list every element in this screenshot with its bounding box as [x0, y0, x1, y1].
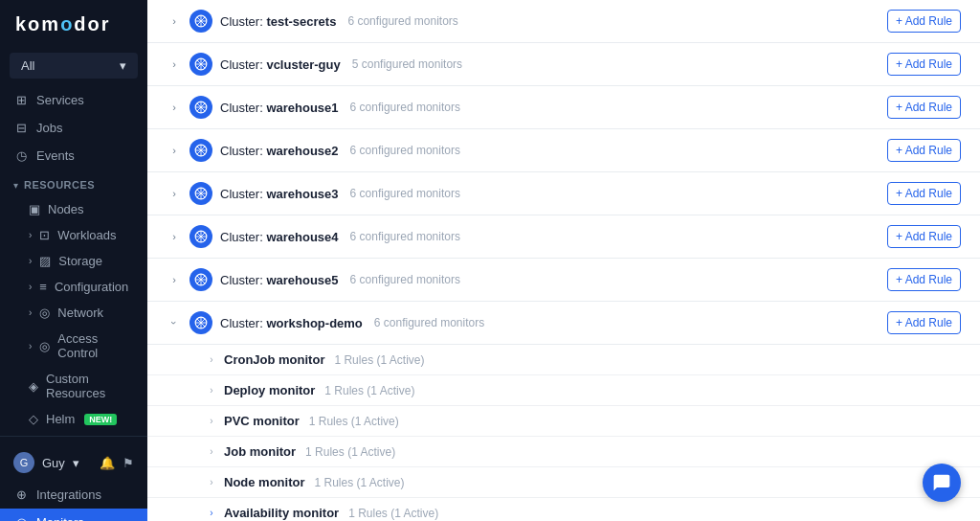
access-control-icon: ◎	[39, 339, 50, 353]
monitor-rules: 1 Rules (1 Active)	[315, 476, 405, 489]
add-rule-button[interactable]: + Add Rule	[887, 225, 961, 248]
monitor-row: › CronJob monitor 1 Rules (1 Active)	[147, 345, 980, 375]
add-rule-button[interactable]: + Add Rule	[887, 96, 961, 119]
integrations-icon: ⊕	[13, 487, 29, 502]
chevron-icon: ▾	[13, 180, 18, 191]
configuration-icon: ≡	[39, 280, 47, 294]
add-rule-button[interactable]: + Add Rule	[887, 268, 961, 291]
events-icon: ◷	[13, 148, 29, 163]
expand-cluster-btn[interactable]: ›	[167, 100, 182, 115]
expand-cluster-btn[interactable]: ›	[167, 272, 182, 287]
cluster-name: Cluster: workshop-demo	[220, 316, 363, 330]
resources-nav: ▣ Nodes › ⊡ Workloads › ▨ Storage › ≡ Co…	[0, 193, 147, 436]
flag-icon[interactable]: ⚑	[122, 456, 134, 470]
sidebar-item-jobs[interactable]: ⊟ Jobs	[0, 114, 147, 142]
access-control-label: Access Control	[57, 331, 134, 360]
cluster-list: › Cluster: test-secrets 6 configured mon…	[147, 0, 980, 521]
resources-group[interactable]: ▾ Resources	[0, 173, 147, 193]
expand-cluster-btn[interactable]: ›	[167, 186, 182, 201]
expand-cluster-btn[interactable]: ›	[167, 13, 182, 29]
cluster-icon	[189, 10, 212, 33]
nodes-label: Nodes	[48, 202, 84, 216]
sidebar-footer: G Guy ▾ 🔔 ⚑ ⊕ Integrations ◎ Monitors ◉ …	[0, 436, 147, 521]
cluster-name: Cluster: warehouse5	[220, 273, 339, 287]
sidebar-item-access-control[interactable]: › ◎ Access Control	[0, 326, 147, 366]
monitor-name: CronJob monitor	[224, 352, 324, 367]
sidebar-item-helm[interactable]: ◇ Helm NEW!	[0, 406, 147, 432]
monitor-name: Job monitor	[224, 444, 296, 459]
main-content: › Cluster: test-secrets 6 configured mon…	[147, 0, 980, 521]
expand-monitor-btn[interactable]: ›	[205, 415, 218, 428]
cluster-icon	[189, 139, 212, 162]
chevron-right-icon: ›	[29, 256, 32, 266]
expand-monitor-btn[interactable]: ›	[205, 476, 218, 489]
sidebar-item-integrations[interactable]: ⊕ Integrations	[0, 481, 147, 509]
cluster-icon	[189, 311, 212, 334]
add-rule-button[interactable]: + Add Rule	[887, 139, 961, 162]
events-label: Events	[36, 148, 75, 163]
cluster-row: › Cluster: warehouse1 6 configured monit…	[147, 86, 980, 129]
monitor-row: › Node monitor 1 Rules (1 Active)	[147, 467, 980, 498]
expand-monitor-btn[interactable]: ›	[205, 353, 218, 367]
cluster-name: Cluster: warehouse3	[220, 187, 339, 201]
chevron-down-icon: ▾	[73, 456, 79, 470]
bell-icon[interactable]: 🔔	[100, 456, 115, 470]
sidebar-item-configuration[interactable]: › ≡ Configuration	[0, 274, 147, 300]
add-rule-button[interactable]: + Add Rule	[887, 311, 961, 334]
expand-cluster-btn[interactable]: ›	[167, 229, 182, 244]
sidebar-item-custom-resources[interactable]: ◈ Custom Resources	[0, 366, 147, 406]
monitor-name: Deploy monitor	[224, 383, 315, 397]
custom-resources-label: Custom Resources	[46, 372, 134, 400]
sidebar-item-workloads[interactable]: › ⊡ Workloads	[0, 222, 147, 248]
workloads-icon: ⊡	[39, 228, 50, 242]
cluster-icon	[189, 182, 212, 205]
expand-monitor-btn[interactable]: ›	[205, 384, 218, 397]
collapse-cluster-btn[interactable]: ›	[167, 315, 182, 330]
configuration-label: Configuration	[55, 280, 128, 294]
monitor-count: 6 configured monitors	[350, 273, 460, 286]
chat-button[interactable]	[923, 464, 961, 502]
cluster-icon	[189, 96, 212, 119]
expand-cluster-btn[interactable]: ›	[167, 57, 182, 72]
avatar: G	[13, 452, 34, 473]
cluster-icon	[189, 53, 212, 76]
add-rule-button[interactable]: + Add Rule	[887, 10, 961, 33]
monitor-row: › Job monitor 1 Rules (1 Active)	[147, 437, 980, 467]
add-rule-button[interactable]: + Add Rule	[887, 182, 961, 205]
sidebar-item-network[interactable]: › ◎ Network	[0, 300, 147, 326]
monitor-rules: 1 Rules (1 Active)	[334, 353, 424, 367]
monitor-row: › Availability monitor 1 Rules (1 Active…	[147, 498, 980, 521]
cluster-row: › Cluster: warehouse4 6 configured monit…	[147, 215, 980, 259]
expand-cluster-btn[interactable]: ›	[167, 143, 182, 158]
network-icon: ◎	[39, 306, 50, 320]
monitor-rules: 1 Rules (1 Active)	[309, 415, 399, 428]
chevron-right-icon: ›	[29, 230, 32, 240]
expand-monitor-btn[interactable]: ›	[205, 507, 218, 520]
monitors-icon: ◎	[13, 515, 29, 521]
scope-dropdown[interactable]: All ▾	[10, 53, 138, 79]
cluster-name: Cluster: vcluster-guy	[220, 57, 341, 72]
cluster-row-expanded: › Cluster: workshop-demo 6 configured mo…	[147, 302, 980, 345]
jobs-label: Jobs	[36, 121, 62, 135]
sidebar-item-storage[interactable]: › ▨ Storage	[0, 248, 147, 274]
monitor-rules: 1 Rules (1 Active)	[348, 507, 438, 520]
monitor-count: 6 configured monitors	[374, 316, 484, 329]
scope-label: All	[21, 58, 34, 73]
expand-monitor-btn[interactable]: ›	[205, 445, 218, 459]
sidebar-item-events[interactable]: ◷ Events	[0, 142, 147, 170]
monitor-count: 6 configured monitors	[350, 101, 460, 114]
sidebar-item-monitors[interactable]: ◎ Monitors	[0, 509, 147, 521]
logo-text: komodor	[15, 13, 111, 35]
add-rule-button[interactable]: + Add Rule	[887, 53, 961, 76]
sidebar-item-nodes[interactable]: ▣ Nodes	[0, 196, 147, 222]
cluster-icon	[189, 225, 212, 248]
chevron-right-icon: ›	[29, 307, 32, 318]
sidebar-item-services[interactable]: ⊞ Services	[0, 86, 147, 114]
monitor-count: 6 configured monitors	[347, 14, 457, 28]
sidebar: komodor All ▾ ⊞ Services ⊟ Jobs ◷ Events…	[0, 0, 147, 521]
main-nav: ⊞ Services ⊟ Jobs ◷ Events	[0, 82, 147, 173]
workloads-label: Workloads	[57, 228, 116, 242]
user-section[interactable]: G Guy ▾ 🔔 ⚑	[0, 444, 147, 481]
monitor-name: Node monitor	[224, 475, 305, 489]
monitor-rules: 1 Rules (1 Active)	[305, 445, 395, 459]
